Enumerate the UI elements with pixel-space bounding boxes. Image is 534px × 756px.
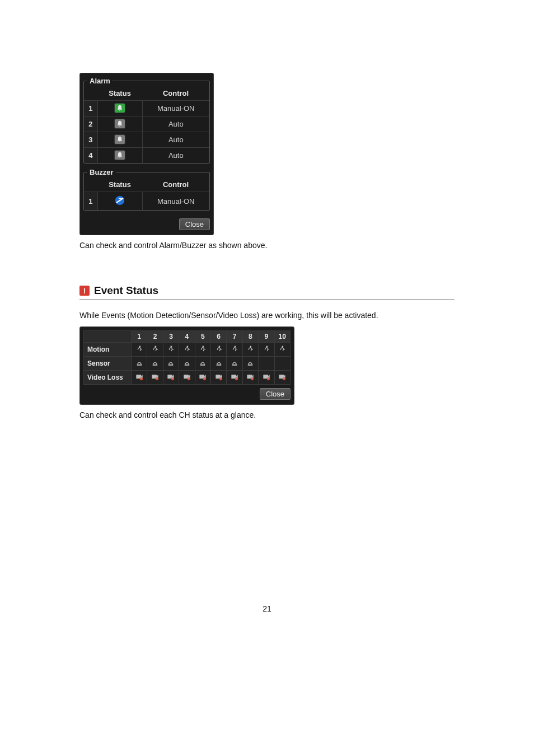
events-cell [195,343,210,357]
events-cell [227,343,242,357]
events-cell [274,371,290,385]
video-loss-icon [229,372,240,381]
events-cell [195,371,210,385]
events-col-header: 4 [179,331,195,343]
alarm-row[interactable]: 2Auto [84,116,209,132]
bell-icon [114,119,125,129]
events-col-header: 3 [163,331,179,343]
events-cell [163,343,179,357]
alarm-row[interactable]: 3Auto [84,132,209,148]
motion-icon [198,344,208,353]
events-col-header: 7 [227,331,242,343]
events-cell [179,371,195,385]
events-cell [195,357,210,371]
motion-icon [229,344,240,353]
motion-icon [245,344,255,353]
sensor-icon [182,358,192,367]
sensor-icon [150,358,160,367]
events-cell [242,357,258,371]
section-title: Event Status [94,284,158,297]
events-cell [147,371,163,385]
alarm-row-status [97,132,142,148]
events-table: 12345678910 MotionSensorVideo Loss [83,330,291,385]
events-cell [242,343,258,357]
alarm-row-status [97,101,142,116]
alarm-row[interactable]: 1Manual-ON [84,101,209,116]
events-cell [132,371,147,385]
video-loss-icon [245,372,255,381]
buzzer-row[interactable]: 1Manual-ON [84,192,209,211]
events-col-header: 10 [274,331,290,343]
alarm-row-index: 4 [84,148,97,164]
buzzer-legend: Buzzer [87,168,116,176]
alarm-row-control[interactable]: Manual-ON [142,101,209,116]
section-intro: While Events (Motion Detection/Sensor/Vi… [79,311,455,320]
page-number: 21 [79,604,455,630]
alarm-col-status: Status [97,87,142,101]
buzzer-col-status: Status [97,179,142,192]
video-loss-icon [150,372,160,381]
alarm-row-status [97,116,142,132]
sensor-icon [134,358,144,367]
alarm-panel: Alarm Status Control 1Manual-ON2Auto3Aut… [79,73,214,235]
events-row-label: Video Loss [84,371,132,385]
motion-icon [214,344,224,353]
video-loss-icon [182,372,192,381]
events-row: Sensor [84,357,291,371]
buzzer-table: Status Control 1Manual-ON [84,179,209,210]
events-cell [132,357,147,371]
events-cell [179,343,195,357]
buzzer-row-index: 1 [84,192,97,211]
alarm-row-status [97,148,142,164]
video-loss-icon [166,372,176,381]
motion-icon [277,344,287,353]
events-row: Video Loss [84,371,291,385]
alarm-col-control: Control [142,87,209,101]
events-cell [147,343,163,357]
events-cell [259,357,274,371]
sensor-icon [166,358,176,367]
events-corner-blank [84,331,132,343]
alarm-row[interactable]: 4Auto [84,148,209,164]
alarm-row-index: 2 [84,116,97,132]
events-cell [210,371,226,385]
video-loss-icon [261,372,271,381]
events-col-header: 6 [210,331,226,343]
alarm-col-blank [84,87,97,101]
events-cell [274,343,290,357]
buzzer-col-blank [84,179,97,192]
bell-icon [114,134,125,144]
buzzer-icon [114,194,126,207]
motion-icon [182,344,192,353]
alarm-row-index: 3 [84,132,97,148]
events-col-header: 1 [132,331,147,343]
events-cell [210,357,226,371]
events-col-header: 5 [195,331,210,343]
section-heading-row: ! Event Status [79,284,455,300]
video-loss-icon [214,372,224,381]
events-panel: 12345678910 MotionSensorVideo Loss Close [79,326,294,405]
events-cell [179,357,195,371]
alarm-group: Alarm Status Control 1Manual-ON2Auto3Aut… [83,77,210,164]
events-col-header: 8 [242,331,258,343]
alarm-row-control[interactable]: Auto [142,116,209,132]
alarm-close-button[interactable]: Close [179,218,210,230]
buzzer-row-status [97,192,142,211]
events-cell [132,343,147,357]
events-col-header: 2 [147,331,163,343]
bell-icon [114,103,125,113]
events-panel-footer: Close [83,385,291,400]
alarm-row-control[interactable]: Auto [142,132,209,148]
bell-icon [114,150,125,160]
alarm-panel-footer: Close [83,215,210,230]
events-col-header: 9 [259,331,274,343]
events-cell [163,357,179,371]
alarm-row-control[interactable]: Auto [142,148,209,164]
buzzer-row-control[interactable]: Manual-ON [142,192,209,211]
events-close-button[interactable]: Close [260,388,291,400]
motion-icon [261,344,271,353]
video-loss-icon [134,372,144,381]
video-loss-icon [198,372,208,381]
motion-icon [166,344,176,353]
video-loss-icon [277,372,287,381]
